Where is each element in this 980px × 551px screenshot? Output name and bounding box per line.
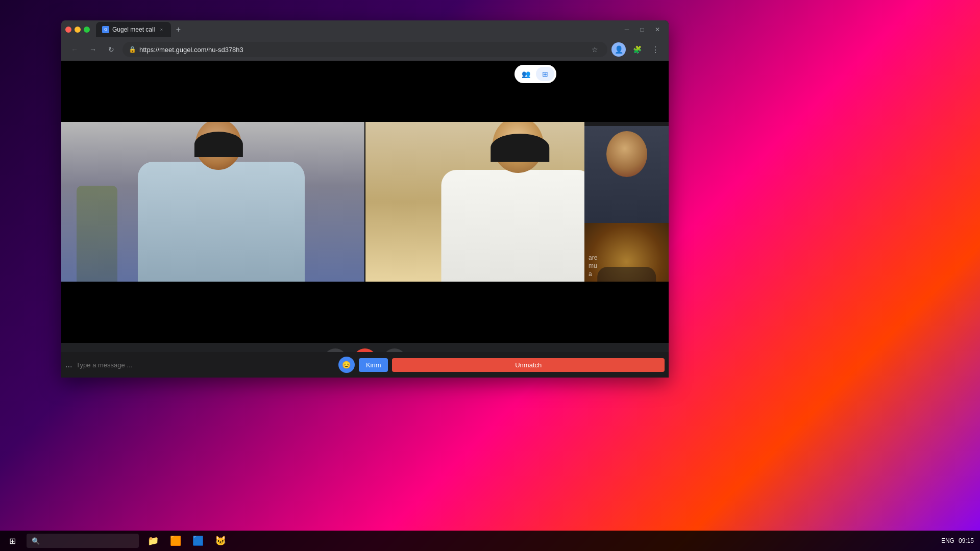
- view-toggle: 👥 ⊞: [514, 65, 556, 83]
- meet-content: 👥 ⊞: [61, 61, 669, 378]
- taskbar-app-1[interactable]: 🟧: [165, 531, 186, 551]
- tab-bar: G Gugel meet call × +: [96, 22, 616, 37]
- search-icon: 🔍: [32, 537, 40, 545]
- tab-favicon: G: [102, 26, 109, 33]
- start-button[interactable]: ⊞: [0, 531, 24, 551]
- back-button[interactable]: ←: [67, 42, 82, 57]
- taskbar-right: ENG 09:15: [941, 537, 980, 544]
- chrome-window-buttons: ─ □ ✕: [620, 22, 665, 37]
- view-participants-button[interactable]: 👥: [517, 67, 535, 81]
- address-bar: ← → ↻ 🔒 https://meet.gugel.com/hu-sd378h…: [61, 38, 669, 61]
- tab-title: Gugel meet call: [112, 26, 155, 33]
- browser-tab-active[interactable]: G Gugel meet call ×: [96, 22, 171, 37]
- title-bar: G Gugel meet call × + ─ □ ✕: [61, 20, 669, 38]
- chat-send-emoji-button[interactable]: 😊: [338, 357, 355, 373]
- window-controls: [65, 27, 90, 33]
- participant-left-video: [61, 122, 364, 282]
- sidebar-video-1: [584, 126, 669, 223]
- url-secure-icon: 🔒: [129, 46, 136, 53]
- taskbar-time: 09:15: [959, 537, 974, 544]
- black-bar-bottom: [61, 282, 669, 343]
- window-close-control[interactable]: [65, 27, 71, 33]
- video-participant-left: [61, 122, 365, 282]
- sidebar-menu-item[interactable]: mu: [589, 262, 665, 269]
- sidebar-participants: are mu a: [584, 122, 669, 282]
- black-bar-top: [61, 61, 669, 122]
- windows-icon: ⊞: [9, 536, 16, 546]
- bookmark-button[interactable]: ☆: [588, 43, 601, 56]
- chat-more-icon: ...: [65, 360, 72, 369]
- taskbar-language: ENG: [941, 537, 954, 544]
- window-minimize-control[interactable]: [75, 27, 81, 33]
- tab-close-button[interactable]: ×: [158, 26, 165, 33]
- video-grid: are mu a: [61, 122, 669, 282]
- chrome-close-button[interactable]: ✕: [650, 22, 665, 37]
- taskbar-pinned-apps: 📁 🟧 🟦 🐱: [143, 531, 231, 551]
- url-text: https://meet.gugel.com/hu-sd378h3: [139, 46, 585, 54]
- chrome-minimize-button[interactable]: ─: [620, 22, 634, 37]
- sidebar-participant-1-video: [584, 126, 669, 223]
- refresh-button[interactable]: ↻: [104, 42, 118, 57]
- view-layout-button[interactable]: ⊞: [536, 67, 554, 81]
- taskbar-search[interactable]: 🔍: [27, 534, 139, 548]
- video-main: [61, 122, 669, 282]
- browser-profile-icon[interactable]: 👤: [611, 42, 626, 57]
- browser-menu-button[interactable]: ⋮: [648, 42, 663, 57]
- taskbar-file-explorer[interactable]: 📁: [143, 531, 163, 551]
- taskbar-app-2[interactable]: 🟦: [188, 531, 208, 551]
- forward-button[interactable]: →: [86, 42, 100, 57]
- chat-message-input[interactable]: [76, 357, 334, 373]
- taskbar-app-3[interactable]: 🐱: [210, 531, 231, 551]
- chat-bar: ... 😊 Kirim Unmatch: [61, 352, 669, 378]
- sidebar-panel-text: are mu a: [584, 254, 669, 278]
- browser-window: G Gugel meet call × + ─ □ ✕ ← → ↻: [61, 20, 669, 378]
- chrome-restore-button[interactable]: □: [635, 22, 649, 37]
- chat-more-button[interactable]: ...: [65, 360, 72, 369]
- sidebar-share-item[interactable]: are: [589, 254, 665, 261]
- sidebar-other-item[interactable]: a: [589, 270, 665, 278]
- taskbar: ⊞ 🔍 📁 🟧 🟦 🐱 ENG 09:15: [0, 531, 980, 551]
- window-maximize-control[interactable]: [84, 27, 90, 33]
- url-bar[interactable]: 🔒 https://meet.gugel.com/hu-sd378h3 ☆: [122, 42, 607, 57]
- chat-send-button[interactable]: Kirim: [359, 358, 388, 372]
- extensions-button[interactable]: 🧩: [630, 42, 644, 57]
- unmatch-button[interactable]: Unmatch: [392, 358, 665, 372]
- url-actions: ☆: [588, 43, 601, 56]
- new-tab-button[interactable]: +: [172, 23, 184, 36]
